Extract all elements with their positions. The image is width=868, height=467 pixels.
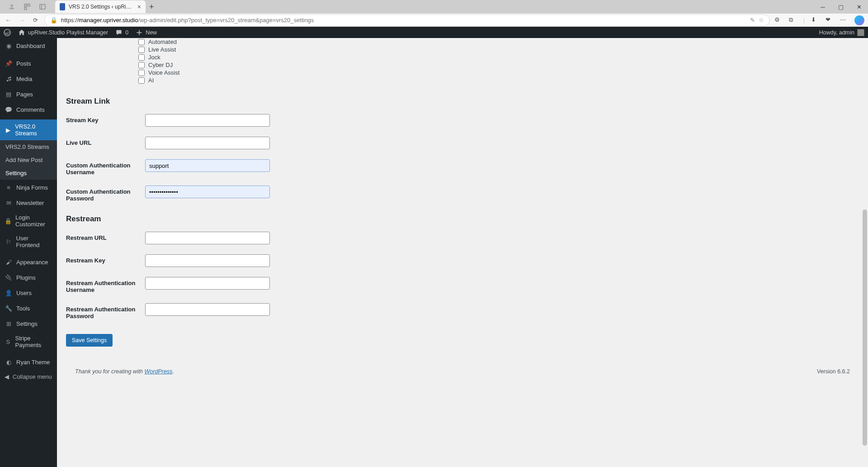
browser-tab[interactable]: VRS 2.0 Settings ‹ upRiver.Studio P × (55, 0, 146, 13)
save-settings-button[interactable]: Save Settings (66, 334, 113, 347)
checkbox-automated[interactable]: Automated (138, 38, 859, 46)
wordpress-link[interactable]: WordPress (145, 368, 173, 375)
sidebar-item-label: Appearance (16, 259, 48, 266)
sidebar-item-pages[interactable]: ▤Pages (0, 86, 57, 102)
checkbox-jock[interactable]: Jock (138, 53, 859, 61)
checkbox-input[interactable] (138, 54, 145, 61)
auth-password-input[interactable] (145, 186, 270, 198)
close-window-button[interactable]: ✕ (850, 0, 868, 13)
sidebar-item-users[interactable]: 👤Users (0, 285, 57, 300)
url-bar[interactable]: 🔒 https://manager.upriver.studio/wp-admi… (44, 14, 770, 26)
restream-key-input[interactable] (145, 254, 270, 267)
sidebar-item-label: Newsletter (16, 200, 44, 206)
stripe-icon: S (5, 338, 12, 346)
tab-bar: VRS 2.0 Settings ‹ upRiver.Studio P × + … (0, 0, 868, 14)
sidebar-toggle-icon[interactable] (39, 3, 46, 10)
checkbox-label: Live Assist (148, 46, 176, 53)
new-content-button[interactable]: New (132, 27, 160, 38)
wp-admin-sidebar: ◉Dashboard📌Posts🎜Media▤Pages💬Comments▶VR… (0, 38, 57, 467)
checkbox-live-assist[interactable]: Live Assist (138, 46, 859, 53)
comments-button[interactable]: 0 (112, 27, 132, 38)
checkbox-input[interactable] (138, 77, 145, 84)
live-url-input[interactable] (145, 137, 270, 149)
collapse-menu-button[interactable]: ◀Collapse menu (0, 370, 57, 384)
mail-icon: ✉ (5, 199, 13, 207)
reader-icon[interactable]: ✎ (750, 17, 755, 24)
sidebar-item-dashboard[interactable]: ◉Dashboard (0, 38, 57, 53)
profile-icon[interactable] (8, 3, 15, 10)
stream-key-input[interactable] (145, 114, 270, 127)
sidebar-item-label: Tools (16, 305, 30, 312)
checkbox-ai[interactable]: AI (138, 76, 859, 84)
settings-icon: ⊞ (5, 319, 13, 328)
sidebar-item-settings[interactable]: ⊞Settings (0, 316, 57, 331)
restream-url-input[interactable] (145, 232, 270, 244)
checkbox-label: AI (148, 77, 154, 84)
sidebar-item-ninja-forms[interactable]: ≡Ninja Forms (0, 180, 57, 195)
collections-icon[interactable]: ⧉ (789, 16, 797, 24)
sidebar-item-user-frontend[interactable]: ⚐User Frontend (0, 231, 57, 252)
sidebar-item-label: User Frontend (16, 235, 52, 248)
sidebar-item-label: Ninja Forms (16, 184, 48, 191)
lock-icon: 🔒 (5, 217, 12, 225)
sidebar-item-vrs2-0-streams[interactable]: ▶VRS2.0 Streams (0, 119, 57, 140)
avatar (857, 29, 864, 36)
workspaces-icon[interactable] (24, 3, 31, 10)
checkbox-cyber-dj[interactable]: Cyber DJ (138, 61, 859, 69)
submenu-item-vrs2-0-streams[interactable]: VRS2.0 Streams (0, 140, 57, 153)
favorite-icon[interactable]: ☆ (759, 17, 764, 24)
wp-version: Version 6.6.2 (817, 368, 850, 375)
checkbox-voice-assist[interactable]: Voice Assist (138, 69, 859, 76)
copilot-icon[interactable] (854, 15, 864, 25)
sidebar-item-tools[interactable]: 🔧Tools (0, 300, 57, 316)
auth-username-label: Custom Authentication Username (66, 159, 145, 176)
menu-icon[interactable]: ⋯ (840, 16, 848, 24)
forward-button[interactable]: → (17, 16, 26, 25)
wp-logo-button[interactable] (0, 27, 14, 38)
tab-close-icon[interactable]: × (137, 3, 141, 10)
checkbox-input[interactable] (138, 62, 145, 68)
checkbox-input[interactable] (138, 70, 145, 76)
checkbox-label: Cyber DJ (148, 62, 173, 68)
svg-rect-3 (24, 7, 27, 10)
restream-auth-username-input[interactable] (145, 277, 270, 290)
sidebar-item-media[interactable]: 🎜Media (0, 71, 57, 86)
maximize-button[interactable]: ▢ (832, 0, 850, 13)
submenu-item-settings[interactable]: Settings (0, 167, 57, 180)
sidebar-item-newsletter[interactable]: ✉Newsletter (0, 195, 57, 210)
checkbox-input[interactable] (138, 47, 145, 53)
sidebar-item-plugins[interactable]: 🔌Plugins (0, 270, 57, 285)
auth-username-input[interactable] (145, 159, 270, 172)
browser-chrome: VRS 2.0 Settings ‹ upRiver.Studio P × + … (0, 0, 868, 27)
wp-adminbar: upRiver.Studio Playlist Manager 0 New Ho… (0, 27, 868, 38)
sidebar-item-label: Settings (16, 320, 38, 327)
sidebar-item-posts[interactable]: 📌Posts (0, 56, 57, 71)
dashboard-icon: ◉ (5, 42, 13, 50)
plug-icon: 🔌 (5, 273, 13, 281)
form-icon: ≡ (5, 183, 13, 191)
restream-auth-username-label: Restream Authentication Username (66, 277, 145, 293)
sidebar-item-stripe-payments[interactable]: SStripe Payments (0, 331, 57, 352)
sidebar-item-comments[interactable]: 💬Comments (0, 102, 57, 117)
site-name-button[interactable]: upRiver.Studio Playlist Manager (14, 27, 112, 38)
new-tab-button[interactable]: + (149, 2, 154, 12)
sidebar-item-label: Users (16, 290, 32, 296)
sidebar-item-appearance[interactable]: 🖌Appearance (0, 254, 57, 270)
checkbox-input[interactable] (138, 39, 145, 45)
tab-favicon (60, 3, 65, 10)
minimize-button[interactable]: ─ (814, 0, 832, 13)
live-url-label: Live URL (66, 137, 145, 146)
reload-button[interactable]: ⟳ (31, 16, 40, 25)
favorites-icon[interactable]: ❤ (826, 16, 834, 24)
sidebar-item-ryan-theme[interactable]: ◐Ryan Theme (0, 354, 57, 370)
extensions-icon[interactable]: ⚙ (774, 16, 783, 24)
howdy-account[interactable]: Howdy, admin (816, 27, 868, 38)
sidebar-item-label: Dashboard (16, 43, 45, 49)
back-button[interactable]: ← (4, 16, 13, 25)
page-icon: ▤ (5, 90, 13, 98)
scrollbar[interactable] (862, 38, 868, 467)
sidebar-item-login-customizer[interactable]: 🔒Login Customizer (0, 210, 57, 231)
submenu-item-add-new-post[interactable]: Add New Post (0, 153, 57, 167)
restream-auth-password-input[interactable] (145, 303, 270, 316)
downloads-icon[interactable]: ⬇ (811, 16, 819, 24)
